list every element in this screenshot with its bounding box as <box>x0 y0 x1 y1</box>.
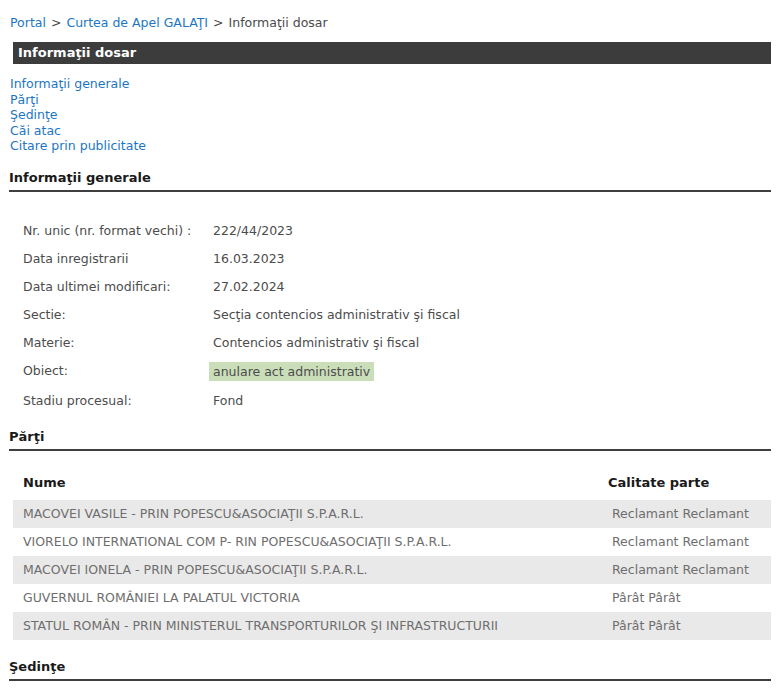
cell-calitate: Pârât Pârât <box>608 612 771 640</box>
field-label: Sectie: <box>23 306 213 323</box>
field-materie: Materie: Contencios administrativ şi fis… <box>23 334 778 351</box>
page-title-bar: Informaţii dosar <box>13 42 771 64</box>
nav-item: Părţi <box>10 92 778 108</box>
nav-link-citare-prin-publicitate[interactable]: Citare prin publicitate <box>10 138 146 153</box>
table-row: MACOVEI IONELA - PRIN POPESCU&ASOCIAŢII … <box>13 556 771 584</box>
field-nr-unic: Nr. unic (nr. format vechi) : 222/44/202… <box>23 222 778 239</box>
breadcrumb-separator: > <box>213 15 223 30</box>
field-value: Contencios administrativ şi fiscal <box>213 334 419 351</box>
field-data-ultimei-modificari: Data ultimei modificari: 27.02.2024 <box>23 278 778 295</box>
column-header-nume: Nume <box>13 471 608 500</box>
field-value: 222/44/2023 <box>213 222 293 239</box>
cell-nume: STATUL ROMÂN - PRIN MINISTERUL TRANSPORT… <box>13 612 608 640</box>
breadcrumb-link-curtea-de-apel[interactable]: Curtea de Apel GALAŢI <box>66 15 208 30</box>
section-nav: Informaţii generale Părţi Şedinţe Căi at… <box>10 76 778 154</box>
column-header-calitate-parte: Calitate parte <box>608 471 771 500</box>
nav-item: Căi atac <box>10 123 778 139</box>
cell-nume: MACOVEI IONELA - PRIN POPESCU&ASOCIAŢII … <box>13 556 608 584</box>
page-title: Informaţii dosar <box>18 45 136 60</box>
parti-table: Nume Calitate parte MACOVEI VASILE - PRI… <box>13 471 771 640</box>
nav-item: Citare prin publicitate <box>10 138 778 154</box>
table-row: GUVERNUL ROMÂNIEI LA PALATUL VICTORIA Pâ… <box>13 584 771 612</box>
nav-item: Informaţii generale <box>10 76 778 92</box>
field-obiect: Obiect: anulare act administrativ <box>23 362 778 381</box>
breadcrumb-current: Informaţii dosar <box>229 15 328 30</box>
field-label: Obiect: <box>23 362 213 381</box>
table-row: STATUL ROMÂN - PRIN MINISTERUL TRANSPORT… <box>13 612 771 640</box>
nav-item: Şedinţe <box>10 107 778 123</box>
cell-nume: GUVERNUL ROMÂNIEI LA PALATUL VICTORIA <box>13 584 608 612</box>
field-data-inregistrarii: Data inregistrarii 16.03.2023 <box>23 250 778 267</box>
cell-nume: VIORELO INTERNATIONAL COM P- RIN POPESCU… <box>13 528 608 556</box>
breadcrumb-separator: > <box>51 15 61 30</box>
field-label: Materie: <box>23 334 213 351</box>
breadcrumb-link-portal[interactable]: Portal <box>10 15 46 30</box>
field-sectie: Sectie: Secţia contencios administrativ … <box>23 306 778 323</box>
field-label: Data ultimei modificari: <box>23 278 213 295</box>
field-label: Data inregistrarii <box>23 250 213 267</box>
field-value: Fond <box>213 392 243 409</box>
cell-calitate: Reclamant Reclamant <box>608 500 771 528</box>
heading-parti: Părţi <box>9 429 771 451</box>
cell-nume: MACOVEI VASILE - PRIN POPESCU&ASOCIAŢII … <box>13 500 608 528</box>
table-row: MACOVEI VASILE - PRIN POPESCU&ASOCIAŢII … <box>13 500 771 528</box>
table-header-row: Nume Calitate parte <box>13 471 771 500</box>
nav-link-parti[interactable]: Părţi <box>10 92 39 107</box>
heading-informatii-generale: Informaţii generale <box>9 170 771 192</box>
breadcrumb: Portal>Curtea de Apel GALAŢI>Informaţii … <box>0 0 778 30</box>
field-value: Secţia contencios administrativ şi fisca… <box>213 306 460 323</box>
nav-link-sedinte[interactable]: Şedinţe <box>10 107 58 122</box>
field-value-highlighted: anulare act administrativ <box>209 362 374 381</box>
nav-link-cai-atac[interactable]: Căi atac <box>10 123 61 138</box>
cell-calitate: Reclamant Reclamant <box>608 556 771 584</box>
table-row: VIORELO INTERNATIONAL COM P- RIN POPESCU… <box>13 528 771 556</box>
nav-link-informatii-generale[interactable]: Informaţii generale <box>10 76 129 91</box>
field-label: Nr. unic (nr. format vechi) : <box>23 222 213 239</box>
cell-calitate: Reclamant Reclamant <box>608 528 771 556</box>
general-info-fields: Nr. unic (nr. format vechi) : 222/44/202… <box>23 222 778 409</box>
field-value: 27.02.2024 <box>213 278 285 295</box>
heading-sedinte: Şedinţe <box>9 659 771 681</box>
field-value: 16.03.2023 <box>213 250 285 267</box>
cell-calitate: Pârât Pârât <box>608 584 771 612</box>
field-stadiu-procesual: Stadiu procesual: Fond <box>23 392 778 409</box>
field-label: Stadiu procesual: <box>23 392 213 409</box>
